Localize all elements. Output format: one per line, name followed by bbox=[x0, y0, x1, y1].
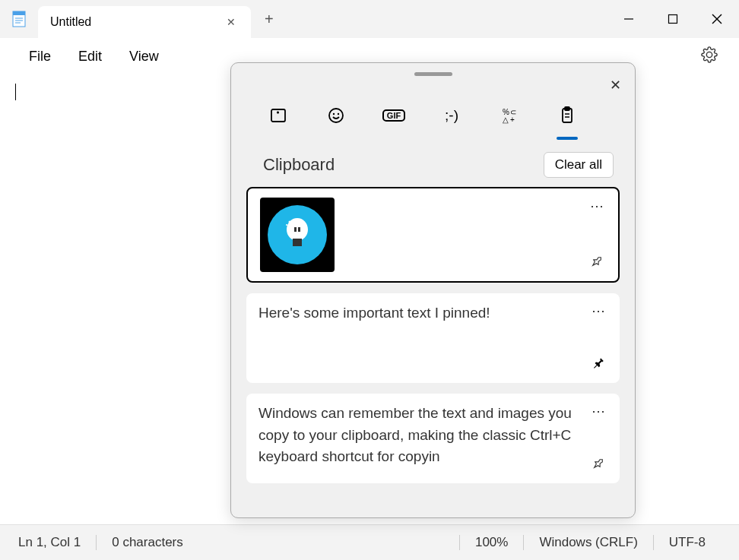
window-controls bbox=[607, 4, 739, 34]
svg-point-26 bbox=[286, 224, 287, 226]
panel-tabs: GIF ;-) %⊂△+ bbox=[231, 76, 635, 140]
svg-point-25 bbox=[289, 221, 291, 223]
more-button[interactable]: ⋯ bbox=[589, 403, 607, 419]
svg-point-12 bbox=[338, 113, 339, 115]
notepad-icon bbox=[11, 10, 27, 28]
close-window-button[interactable] bbox=[695, 4, 739, 34]
tab-symbols[interactable]: %⊂△+ bbox=[493, 99, 526, 132]
tab-kaomoji[interactable]: ;-) bbox=[435, 99, 468, 132]
panel-header: Clipboard Clear all bbox=[231, 140, 635, 187]
clip-actions: ⋯ bbox=[588, 198, 606, 272]
titlebar: Untitled ✕ + bbox=[0, 0, 739, 38]
pin-icon bbox=[592, 457, 605, 470]
kaomoji-icon: ;-) bbox=[445, 107, 458, 124]
symbols-icon: %⊂△+ bbox=[500, 106, 519, 125]
panel-close-button[interactable]: ✕ bbox=[610, 77, 621, 93]
tab-gif[interactable]: GIF bbox=[377, 99, 411, 132]
pin-button[interactable] bbox=[589, 457, 607, 474]
svg-text:△: △ bbox=[503, 115, 509, 124]
pin-filled-icon bbox=[592, 356, 605, 370]
clip-image-thumbnail bbox=[260, 198, 335, 272]
svg-rect-22 bbox=[293, 239, 302, 246]
pin-button[interactable] bbox=[588, 255, 606, 272]
status-zoom[interactable]: 100% bbox=[459, 535, 523, 550]
clip-item[interactable]: ⋯ bbox=[246, 187, 620, 283]
gear-icon bbox=[701, 46, 718, 63]
status-line-ending[interactable]: Windows (CRLF) bbox=[523, 535, 652, 550]
bulb-icon bbox=[282, 216, 312, 254]
panel-title: Clipboard bbox=[263, 155, 335, 175]
file-menu[interactable]: File bbox=[15, 44, 65, 69]
pin-button[interactable] bbox=[589, 356, 607, 374]
minimize-icon bbox=[623, 14, 634, 24]
clip-item[interactable]: Here's some important text I pinned! ⋯ bbox=[246, 293, 620, 383]
svg-point-10 bbox=[329, 109, 343, 122]
minimize-button[interactable] bbox=[607, 4, 651, 34]
new-tab-button[interactable]: + bbox=[251, 11, 287, 28]
maximize-icon bbox=[668, 14, 678, 24]
svg-rect-6 bbox=[669, 15, 677, 24]
maximize-button[interactable] bbox=[651, 4, 695, 34]
status-characters: 0 characters bbox=[96, 535, 198, 550]
pin-icon bbox=[590, 255, 604, 268]
svg-rect-1 bbox=[13, 11, 25, 15]
clip-actions: ⋯ bbox=[589, 403, 607, 474]
svg-rect-24 bbox=[298, 227, 300, 232]
text-cursor bbox=[15, 84, 16, 100]
tab-emoji[interactable] bbox=[319, 99, 353, 132]
svg-text:+: + bbox=[510, 115, 515, 124]
status-position: Ln 1, Col 1 bbox=[18, 535, 96, 550]
svg-point-11 bbox=[333, 113, 335, 115]
clipboard-icon bbox=[558, 106, 576, 125]
tab-recent[interactable] bbox=[262, 99, 295, 132]
status-encoding[interactable]: UTF-8 bbox=[653, 535, 721, 550]
edit-menu[interactable]: Edit bbox=[65, 44, 116, 69]
close-tab-icon[interactable]: ✕ bbox=[224, 14, 239, 30]
clip-text-content: Windows can remember the text and images… bbox=[258, 403, 607, 474]
tab-clipboard[interactable] bbox=[550, 99, 584, 132]
clip-text-content: Here's some important text I pinned! bbox=[258, 302, 607, 374]
gif-icon: GIF bbox=[382, 109, 405, 122]
view-menu[interactable]: View bbox=[116, 44, 173, 69]
emoji-icon bbox=[327, 106, 345, 125]
close-icon bbox=[711, 13, 723, 25]
tab[interactable]: Untitled ✕ bbox=[38, 6, 251, 38]
svg-rect-9 bbox=[271, 109, 285, 122]
more-button[interactable]: ⋯ bbox=[589, 302, 607, 319]
more-button[interactable]: ⋯ bbox=[588, 198, 606, 214]
clear-all-button[interactable]: Clear all bbox=[544, 152, 614, 178]
clip-list[interactable]: ⋯ Here's some important text I pinned! ⋯… bbox=[231, 187, 635, 494]
clipboard-panel: ✕ GIF ;-) %⊂△+ Clipboard Clear all bbox=[230, 62, 636, 518]
recent-icon bbox=[269, 106, 287, 125]
app-icon bbox=[0, 10, 38, 28]
tab-title: Untitled bbox=[50, 15, 91, 29]
clip-actions: ⋯ bbox=[589, 302, 607, 374]
settings-button[interactable] bbox=[695, 40, 724, 72]
clip-item[interactable]: Windows can remember the text and images… bbox=[246, 394, 620, 483]
statusbar: Ln 1, Col 1 0 characters 100% Windows (C… bbox=[0, 524, 739, 560]
svg-rect-23 bbox=[294, 227, 297, 232]
